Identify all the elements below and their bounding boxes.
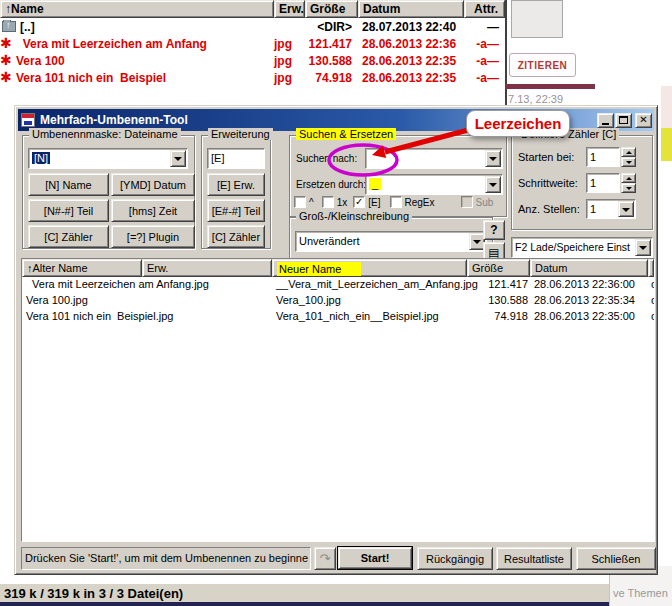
rename-preview-list: ↑Alter Name Erw. Neuer Name Größe Datum … — [21, 258, 655, 542]
redo-arrow-icon: ↷ — [320, 552, 331, 565]
file-row[interactable]: ✱ Vera mit Leerzeichen am Anfang jpg 121… — [0, 35, 505, 52]
column-header-attr[interactable]: Attr. — [464, 0, 505, 18]
checkbox-regex[interactable] — [390, 196, 402, 208]
start-at-label: Starten bei: — [518, 151, 574, 163]
ext-part-button[interactable]: [E#-#] Teil — [207, 199, 265, 222]
file-list-header: ↑Name Erw. Größe Datum Attr. — [0, 0, 505, 18]
start-button[interactable]: Start! — [337, 546, 413, 570]
step-field[interactable]: 1 — [586, 173, 620, 193]
start-at-spinner[interactable] — [621, 147, 636, 167]
checkbox-once[interactable] — [322, 196, 334, 208]
mask-combobox[interactable]: [N] — [28, 148, 188, 169]
search-options-row: ^ 1x ✓ [E] RegEx Sub — [294, 196, 493, 208]
column-header-ext[interactable]: Erw. — [142, 259, 272, 277]
file-list-panel: ↑Name Erw. Größe Datum Attr. [..] <DIR> … — [0, 0, 507, 105]
column-header-old-name[interactable]: ↑Alter Name — [22, 259, 142, 277]
settings-combo-dropdown[interactable] — [635, 239, 651, 256]
image-file-icon: ✱ — [0, 54, 15, 67]
checkbox-anchor[interactable] — [294, 196, 306, 208]
help-button[interactable]: ? — [483, 220, 505, 240]
status-bar: 319 k / 319 k in 3 / 3 Datei(en) — [0, 583, 609, 602]
file-row[interactable]: ✱Vera 101 nich ein Beispiel jpg 74.918 2… — [0, 69, 505, 86]
replace-dropdown[interactable] — [485, 176, 501, 193]
column-header-date[interactable]: Datum — [530, 259, 648, 277]
column-header-ext[interactable]: Erw. — [274, 0, 305, 18]
spin-up-icon[interactable] — [621, 173, 636, 183]
divider — [505, 84, 595, 89]
spin-down-icon[interactable] — [621, 157, 636, 167]
mask-part-button[interactable]: [N#-#] Teil — [28, 199, 109, 222]
extension-field[interactable]: [E] — [207, 148, 265, 169]
chevron-down-icon — [489, 157, 497, 161]
digits-combo-dropdown[interactable] — [618, 201, 634, 217]
spin-up-icon[interactable] — [621, 147, 636, 157]
post-timestamp: 7.13, 22:39 — [508, 93, 563, 105]
maximize-button[interactable] — [615, 113, 632, 128]
quote-button[interactable]: ZITIEREN — [509, 53, 576, 77]
hint-text: Drücken Sie 'Start!', um mit dem Umbenen… — [21, 547, 311, 570]
replace-label: Ersetzen durch: — [296, 179, 366, 190]
column-header-date[interactable]: Datum — [358, 0, 464, 18]
search-dropdown[interactable] — [485, 150, 501, 167]
replace-input[interactable]: _ — [365, 174, 503, 195]
preview-row[interactable]: Vera 101 nich ein Beispiel.jpg Vera_101_… — [22, 309, 654, 325]
column-header-name[interactable]: ↑Name — [0, 0, 274, 18]
checkbox-subst[interactable] — [461, 196, 473, 208]
background-text: ve Themen — [613, 587, 668, 599]
chevron-down-icon — [489, 183, 497, 187]
digits-combobox[interactable]: 1 — [586, 199, 636, 219]
start-at-field[interactable]: 1 — [586, 147, 620, 167]
background-fragment — [661, 86, 672, 128]
column-header-extra[interactable] — [648, 259, 654, 277]
chevron-down-icon — [174, 157, 182, 161]
chevron-down-icon — [639, 246, 647, 250]
ext-counter-button[interactable]: [C] Zähler — [207, 225, 265, 248]
screenshot-root: ↑Name Erw. Größe Datum Attr. [..] <DIR> … — [0, 0, 672, 606]
search-input[interactable] — [365, 148, 503, 169]
chevron-down-icon — [473, 240, 481, 244]
checkbox-extension[interactable]: ✓ — [353, 196, 365, 208]
minimize-button[interactable] — [597, 113, 614, 128]
image-file-icon: ✱ — [0, 71, 15, 84]
ext-erw-button[interactable]: [E] Erw. — [207, 173, 265, 196]
preview-list-header: ↑Alter Name Erw. Neuer Name Größe Datum — [22, 259, 654, 277]
reload-button[interactable]: ↷ — [314, 547, 336, 570]
multi-rename-dialog: Mehrfach-Umbenenn-Tool ✕ Umbenennmaske: … — [14, 105, 658, 575]
case-combobox[interactable]: Unverändert — [295, 231, 487, 252]
mask-time-button[interactable]: [hms] Zeit — [111, 199, 195, 222]
close-icon: ✕ — [639, 115, 647, 125]
close-dialog-button[interactable]: Schließen — [576, 547, 656, 570]
column-header-size[interactable]: Größe — [305, 0, 358, 18]
mask-plugin-button[interactable]: [=?] Plugin — [111, 225, 195, 248]
undo-button[interactable]: Rückgängig — [417, 547, 493, 570]
preview-row[interactable]: Vera 100.jpg Vera_100.jpg 130.588 28.06.… — [22, 293, 654, 309]
minimize-icon — [602, 123, 609, 125]
file-row[interactable]: ✱Vera 100 jpg 130.588 28.06.2013 22:35 -… — [0, 52, 505, 69]
maximize-icon — [619, 116, 628, 124]
mask-date-button[interactable]: [YMD] Datum — [111, 173, 195, 196]
image-file-icon: ✱ — [0, 37, 15, 50]
column-header-size[interactable]: Größe — [467, 259, 530, 277]
divider — [0, 602, 609, 606]
column-header-new-name[interactable]: Neuer Name — [272, 259, 467, 277]
mask-name-button[interactable]: [N] Name — [28, 173, 109, 196]
search-replace-group-title: Suchen & Ersetzen — [296, 128, 396, 140]
preview-row[interactable]: Vera mit Leerzeichen am Anfang.jpg __Ver… — [22, 277, 654, 293]
file-row-parent-dir[interactable]: [..] <DIR> 28.07.2013 22:40 — — [0, 18, 505, 35]
extension-group-title: Erweiterung — [208, 128, 273, 140]
settings-combobox[interactable]: F2 Lade/Speichere Einst — [511, 237, 653, 258]
mask-counter-button[interactable]: [C] Zähler — [28, 225, 109, 248]
background-panel — [511, 0, 563, 38]
spin-down-icon[interactable] — [621, 183, 636, 193]
search-label: Suchen nach: — [296, 153, 357, 164]
mask-combo-dropdown[interactable] — [170, 150, 186, 167]
case-group-title: Groß-/Kleinschreibung — [296, 210, 412, 222]
step-spinner[interactable] — [621, 173, 636, 193]
close-button[interactable]: ✕ — [635, 113, 652, 128]
dialog-icon — [21, 113, 35, 127]
mask-group-title: Umbenennmaske: Dateiname — [29, 128, 181, 140]
step-label: Schrittweite: — [518, 177, 578, 189]
annotation-callout: Leerzeichen — [466, 110, 570, 137]
chevron-down-icon — [622, 208, 630, 212]
result-list-button[interactable]: Resultatliste — [496, 547, 572, 570]
